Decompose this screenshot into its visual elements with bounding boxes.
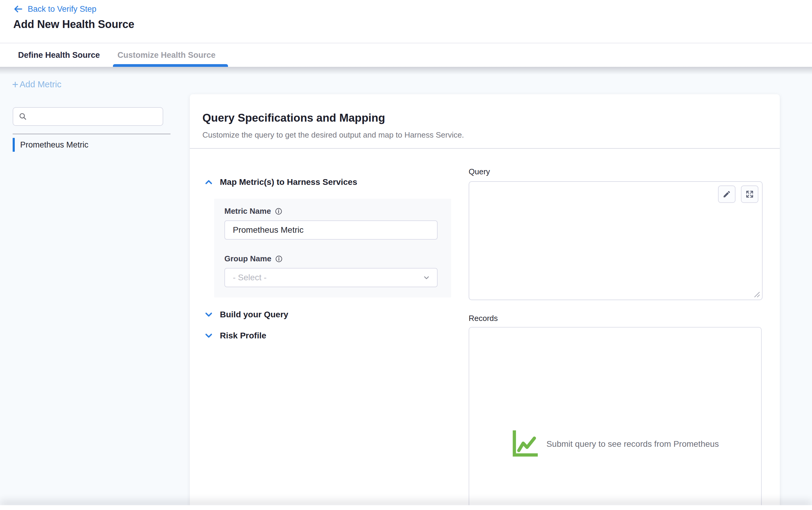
search-icon bbox=[19, 112, 27, 121]
expand-query-button[interactable] bbox=[741, 185, 758, 203]
tab-bar: Define Health Source Customize Health So… bbox=[0, 43, 812, 67]
pencil-icon bbox=[723, 190, 731, 199]
group-name-label-text: Group Name bbox=[224, 254, 271, 264]
records-panel: Submit query to see records from Prometh… bbox=[469, 327, 762, 510]
query-editor bbox=[469, 181, 763, 300]
records-empty-text: Submit query to see records from Prometh… bbox=[546, 439, 719, 449]
section-build-your-query[interactable]: Build your Query bbox=[204, 308, 288, 321]
info-icon[interactable] bbox=[275, 255, 283, 263]
sidebar-divider bbox=[13, 134, 171, 134]
footer-bar bbox=[0, 505, 812, 510]
app-window: Back to Verify Step Add New Health Sourc… bbox=[0, 0, 812, 510]
section-risk-profile[interactable]: Risk Profile bbox=[204, 330, 266, 342]
page-header: Back to Verify Step Add New Health Sourc… bbox=[0, 0, 812, 43]
page-title: Add New Health Source bbox=[13, 18, 134, 31]
selected-indicator bbox=[13, 138, 15, 152]
metric-name-label-text: Metric Name bbox=[224, 207, 271, 216]
content-area: + Add Metric Prometheus Metric Query Spe… bbox=[0, 67, 812, 510]
panel-title: Query Specifications and Mapping bbox=[202, 112, 385, 124]
chevron-up-icon bbox=[204, 178, 213, 187]
line-chart-icon bbox=[512, 430, 538, 458]
arrow-left-icon bbox=[13, 4, 23, 14]
group-name-placeholder: - Select - bbox=[233, 273, 423, 282]
group-name-label: Group Name bbox=[224, 254, 283, 264]
expand-icon bbox=[746, 190, 754, 199]
section-map-metrics-title: Map Metric(s) to Harness Services bbox=[220, 177, 357, 187]
list-item-prometheus-metric[interactable]: Prometheus Metric bbox=[13, 138, 89, 152]
panel-subtitle: Customize the query to get the desired o… bbox=[202, 130, 464, 140]
tab-define-health-source[interactable]: Define Health Source bbox=[18, 43, 100, 67]
metric-item-label: Prometheus Metric bbox=[20, 140, 89, 150]
records-empty-state: Submit query to see records from Prometh… bbox=[469, 430, 761, 458]
query-specifications-panel: Query Specifications and Mapping Customi… bbox=[190, 94, 780, 510]
section-build-your-query-title: Build your Query bbox=[220, 310, 288, 320]
edit-query-button[interactable] bbox=[718, 185, 735, 203]
query-actions bbox=[718, 185, 758, 203]
records-label: Records bbox=[469, 314, 498, 323]
plus-icon: + bbox=[12, 80, 18, 89]
tab-customize-health-source[interactable]: Customize Health Source bbox=[117, 43, 216, 67]
back-button-label: Back to Verify Step bbox=[28, 4, 96, 14]
panel-divider bbox=[190, 148, 780, 149]
query-label: Query bbox=[469, 167, 490, 176]
metric-mapping-form: Metric Name Group Name - Select - bbox=[214, 199, 451, 297]
resize-handle[interactable] bbox=[753, 291, 760, 298]
metric-name-input[interactable] bbox=[224, 220, 438, 240]
info-icon[interactable] bbox=[275, 207, 283, 215]
add-metric-label: Add Metric bbox=[20, 80, 61, 89]
metric-search-box[interactable] bbox=[13, 107, 163, 126]
chevron-down-icon bbox=[423, 274, 430, 281]
metric-name-label: Metric Name bbox=[224, 207, 283, 216]
group-name-select[interactable]: - Select - bbox=[224, 268, 438, 287]
chevron-down-icon bbox=[204, 331, 213, 340]
section-risk-profile-title: Risk Profile bbox=[220, 331, 266, 340]
active-tab-underline bbox=[113, 64, 228, 67]
chevron-down-icon bbox=[204, 310, 213, 319]
metric-search-input[interactable] bbox=[31, 108, 157, 125]
metrics-sidebar: + Add Metric Prometheus Metric bbox=[0, 67, 190, 510]
back-button[interactable]: Back to Verify Step bbox=[13, 4, 96, 14]
add-metric-button[interactable]: + Add Metric bbox=[12, 80, 61, 89]
section-map-metrics[interactable]: Map Metric(s) to Harness Services bbox=[204, 176, 357, 188]
